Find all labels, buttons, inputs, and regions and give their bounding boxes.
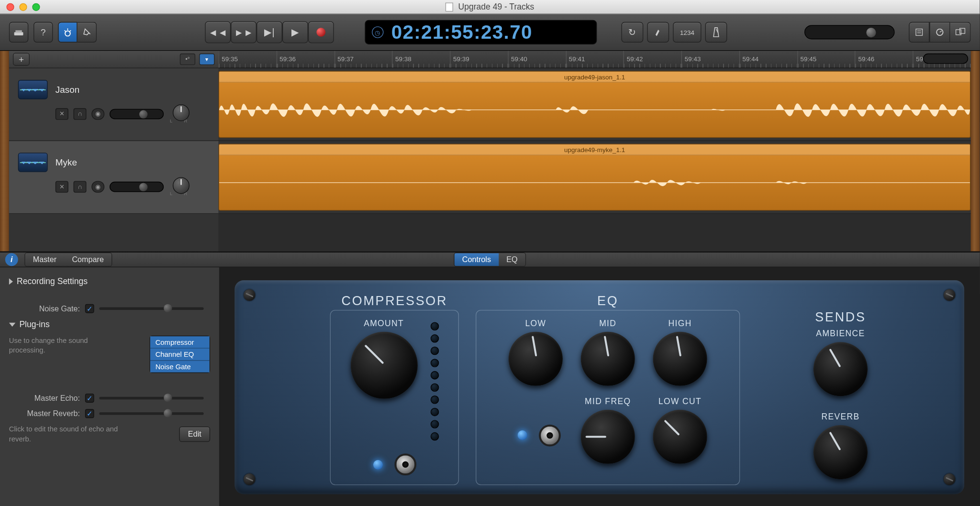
noise-gate-slider[interactable] [99, 308, 203, 310]
ruler-tick: 59:38 [392, 51, 450, 67]
plugin-item[interactable]: Noise Gate [150, 361, 210, 372]
metronome-button[interactable] [705, 22, 727, 43]
lcd-display[interactable]: ◷ 02:21:55:23.70 [365, 20, 597, 44]
ruler-tick: 59:46 [855, 51, 913, 67]
master-echo-label: Master Echo: [9, 394, 80, 403]
region-name: upgrade49-jason_1.1 [219, 72, 970, 83]
track-header[interactable]: Myke ✕ ∩ ◉ LR [9, 141, 219, 214]
seg-controls[interactable]: Controls [455, 253, 499, 266]
smart-controls-button[interactable] [58, 22, 77, 43]
noise-gate-checkbox[interactable]: ✓ [85, 304, 94, 313]
plugins-header[interactable]: Plug-ins [9, 319, 210, 329]
eq-power-led[interactable] [518, 430, 527, 440]
noise-gate-label: Noise Gate: [9, 304, 80, 313]
eq-low-knob[interactable] [509, 332, 563, 386]
arrange-area[interactable]: 59:35 59:36 59:37 59:38 59:39 59:40 59:4… [219, 51, 971, 251]
editors-button[interactable] [78, 22, 97, 43]
track-pan-knob[interactable] [173, 177, 189, 194]
seg-master[interactable]: Master [25, 253, 65, 266]
svg-point-2 [65, 31, 70, 36]
window-titlebar: Upgrade 49 - Tracks [0, 0, 980, 14]
master-echo-checkbox[interactable]: ✓ [85, 394, 94, 403]
play-button[interactable]: ▶ [282, 21, 308, 43]
wood-edge-left [0, 51, 9, 251]
ruler-tick: 59:39 [450, 51, 508, 67]
audio-region[interactable]: upgrade49-jason_1.1 [219, 71, 971, 138]
eq-mid-knob[interactable] [581, 332, 635, 386]
ruler-tick: 59:40 [508, 51, 566, 67]
reverb-knob[interactable] [813, 425, 868, 479]
compressor-power-led[interactable] [373, 460, 382, 469]
wood-edge-right [971, 51, 980, 251]
loop-browser-button[interactable] [929, 22, 950, 43]
mute-button[interactable]: ✕ [56, 108, 68, 120]
notepad-button[interactable] [909, 22, 929, 43]
master-echo-slider[interactable] [99, 397, 203, 399]
screw-icon [244, 473, 255, 485]
smart-controls-panel: i Master Compare Controls EQ Recording S… [0, 251, 980, 491]
track-pan-knob[interactable] [173, 104, 189, 121]
horizontal-zoom-slider[interactable] [923, 54, 968, 64]
inspector-button[interactable]: i [5, 253, 18, 266]
compressor-title: COMPRESSOR [331, 294, 458, 308]
screw-icon [244, 289, 255, 301]
fx-pedal: COMPRESSOR AMOUNT [234, 280, 964, 494]
solo-headphones-button[interactable]: ∩ [74, 181, 87, 192]
edit-button[interactable]: Edit [179, 427, 210, 442]
stop-button[interactable]: ▶| [256, 21, 282, 43]
svg-rect-6 [956, 30, 961, 35]
gain-reduction-meter [430, 322, 439, 441]
sends-group: SENDS AMBIENCE REVERB [776, 310, 905, 485]
eq-group: EQ LOW MID HIGH MID FREQ LOW CUT [476, 310, 740, 485]
track-volume-slider[interactable] [110, 181, 164, 192]
ruler-tick: 59:36 [277, 51, 334, 67]
recording-settings-header[interactable]: Recording Settings [9, 276, 210, 286]
ruler-tick: 59:43 [681, 51, 739, 67]
plugin-list[interactable]: Compressor Channel EQ Noise Gate [150, 336, 211, 373]
add-track-button[interactable]: + [13, 53, 30, 66]
track-filter-toggle[interactable]: ▾ [199, 54, 214, 65]
master-volume-slider[interactable] [804, 25, 895, 40]
rewind-button[interactable]: ◄◄ [205, 21, 231, 43]
master-compare-segment[interactable]: Master Compare [24, 253, 112, 267]
track-lane[interactable]: upgrade49-jason_1.1 [219, 68, 971, 141]
eq-midfreq-knob[interactable] [581, 410, 635, 464]
library-button[interactable] [9, 22, 28, 43]
plugin-item[interactable]: Channel EQ [150, 349, 210, 361]
arrange-empty[interactable] [219, 214, 971, 251]
track-lane[interactable]: upgrade49-myke_1.1 [219, 141, 971, 214]
seg-compare[interactable]: Compare [64, 253, 111, 266]
ruler-tick: 59:41 [566, 51, 624, 67]
automation-toggle[interactable]: •° [180, 54, 195, 65]
ruler-tick: 59:45 [797, 51, 855, 67]
cycle-button[interactable]: ↻ [622, 22, 644, 43]
forward-button[interactable]: ►► [231, 21, 256, 43]
master-reverb-checkbox[interactable]: ✓ [85, 409, 94, 418]
eq-lowcut-knob[interactable] [653, 410, 707, 464]
controls-eq-segment[interactable]: Controls EQ [454, 253, 526, 267]
reverb-label: REVERB [821, 412, 859, 421]
solo-headphones-button[interactable]: ∩ [74, 108, 87, 120]
plugin-item[interactable]: Compressor [150, 336, 210, 349]
tuner-button[interactable] [647, 22, 669, 43]
ambience-knob[interactable] [813, 342, 868, 396]
media-browser-button[interactable] [950, 22, 970, 43]
eq-high-knob[interactable] [653, 332, 707, 386]
eq-lowcut-label: LOW CUT [658, 396, 702, 406]
quick-help-button[interactable]: ? [33, 22, 53, 43]
ruler-tick: 59:35 [219, 51, 277, 67]
compressor-amount-knob[interactable] [350, 332, 417, 399]
count-in-button[interactable]: 1234 [673, 22, 701, 43]
track-header[interactable]: Jason ✕ ∩ ◉ LR [9, 68, 219, 141]
input-monitor-button[interactable]: ◉ [91, 108, 104, 120]
mute-button[interactable]: ✕ [56, 181, 68, 192]
time-ruler[interactable]: 59:35 59:36 59:37 59:38 59:39 59:40 59:4… [219, 51, 971, 68]
main-toolbar: ? ◄◄ ►► ▶| ▶ ◷ 02:21:55:23.70 ↻ 1234 [0, 14, 980, 51]
seg-eq[interactable]: EQ [499, 253, 525, 266]
track-volume-slider[interactable] [110, 109, 164, 119]
input-monitor-button[interactable]: ◉ [91, 181, 104, 192]
record-button[interactable] [308, 21, 334, 43]
master-reverb-slider[interactable] [99, 412, 203, 415]
audio-region[interactable]: upgrade49-myke_1.1 [219, 143, 971, 210]
clock-icon[interactable]: ◷ [372, 26, 383, 38]
